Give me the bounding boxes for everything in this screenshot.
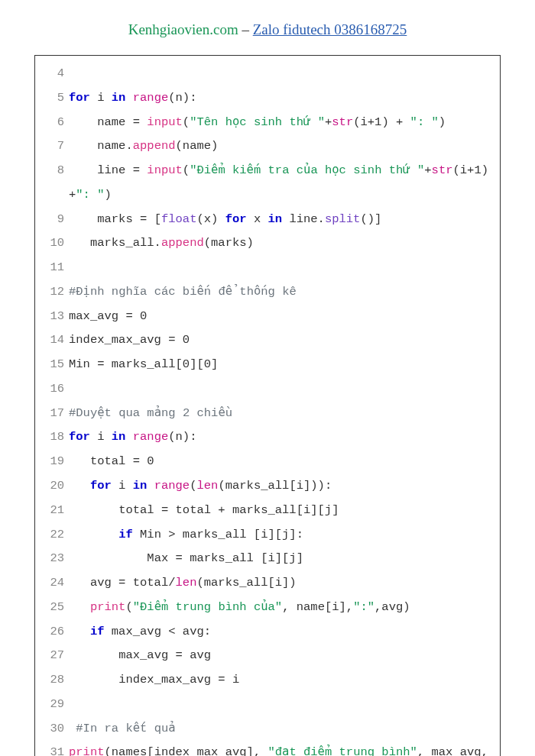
line-number: 30 [43, 717, 64, 741]
line-number: 14 [43, 328, 64, 353]
code-text: line = input("Điểm kiếm tra của học sinh… [64, 159, 492, 208]
line-number: 18 [43, 425, 64, 450]
code-text: for i in range(len(marks_all[i])): [64, 474, 332, 499]
code-text [64, 256, 69, 280]
code-block: 4 5for i in range(n): 6 name = input("Tê… [34, 55, 501, 756]
line-number: 21 [43, 499, 64, 523]
code-line: 25 print("Điểm trung bình của", name[i],… [43, 596, 492, 620]
code-line: 8 line = input("Điểm kiếm tra của học si… [43, 159, 492, 208]
code-text: index_max_avg = i [64, 668, 239, 693]
code-line: 21 total = total + marks_all[i][j] [43, 499, 492, 523]
code-text: total = total + marks_all[i][j] [64, 499, 339, 523]
line-number: 29 [43, 693, 64, 717]
line-number: 8 [43, 159, 64, 208]
line-number: 10 [43, 231, 64, 256]
line-number: 7 [43, 134, 64, 159]
code-line: 26 if max_avg < avg: [43, 620, 492, 645]
code-line: 7 name.append(name) [43, 134, 492, 159]
code-line: 22 if Min > marks_all [i][j]: [43, 523, 492, 548]
dash: – [238, 21, 253, 37]
code-text: print("Điểm trung bình của", name[i],":"… [64, 596, 410, 620]
code-line: 17#Duyệt qua mảng 2 chiều [43, 402, 492, 426]
line-number: 17 [43, 402, 64, 426]
code-text: max_avg = avg [64, 644, 211, 668]
code-text: marks = [float(x) for x in line.split()] [64, 208, 381, 232]
code-comment: #Định nghĩa các biến để thống kê [64, 280, 297, 305]
code-text [64, 693, 69, 717]
code-line: 27 max_avg = avg [43, 644, 492, 668]
line-number: 15 [43, 353, 64, 377]
code-comment: #Duyệt qua mảng 2 chiều [64, 402, 232, 426]
line-number: 4 [43, 62, 64, 86]
code-text: for i in range(n): [64, 86, 196, 111]
code-line: 31print(names[index_max_avg], "đạt điểm … [43, 741, 492, 756]
line-number: 12 [43, 280, 64, 305]
code-line: 10 marks_all.append(marks) [43, 231, 492, 256]
line-number: 24 [43, 571, 64, 596]
site-name: Kenhgiaovien.com [128, 21, 238, 37]
code-line: 13max_avg = 0 [43, 305, 492, 329]
code-line: 19 total = 0 [43, 450, 492, 474]
code-text: Min = marks_all[0][0] [64, 353, 218, 377]
code-line: 16 [43, 377, 492, 402]
code-text [64, 377, 69, 402]
line-number: 5 [43, 86, 64, 111]
code-line: 4 [43, 62, 492, 86]
code-line: 5for i in range(n): [43, 86, 492, 111]
line-number: 28 [43, 668, 64, 693]
line-number: 19 [43, 450, 64, 474]
page-header: Kenhgiaovien.com – Zalo fidutech 0386168… [34, 21, 501, 38]
code-text: name = input("Tên học sinh thứ "+str(i+1… [64, 111, 446, 135]
line-number: 11 [43, 256, 64, 280]
code-text: name.append(name) [64, 134, 218, 159]
code-text: avg = total/len(marks_all[i]) [64, 571, 297, 596]
line-number: 9 [43, 208, 64, 232]
code-line: 15Min = marks_all[0][0] [43, 353, 492, 377]
line-number: 16 [43, 377, 64, 402]
line-number: 23 [43, 547, 64, 571]
zalo-link[interactable]: Zalo fidutech 0386168725 [253, 21, 407, 37]
code-text [64, 62, 69, 86]
code-text: total = 0 [64, 450, 154, 474]
code-text: #In ra kết quả [64, 717, 176, 741]
line-number: 26 [43, 620, 64, 645]
code-text: if Min > marks_all [i][j]: [64, 523, 303, 548]
line-number: 25 [43, 596, 64, 620]
code-line: 6 name = input("Tên học sinh thứ "+str(i… [43, 111, 492, 135]
code-text: index_max_avg = 0 [64, 328, 190, 353]
line-number: 13 [43, 305, 64, 329]
code-text: marks_all.append(marks) [64, 231, 254, 256]
line-number: 20 [43, 474, 64, 499]
code-line: 30 #In ra kết quả [43, 717, 492, 741]
code-text: Max = marks_all [i][j] [64, 547, 303, 571]
line-number: 31 [43, 741, 64, 756]
code-line: 12#Định nghĩa các biến để thống kê [43, 280, 492, 305]
code-text: if max_avg < avg: [64, 620, 211, 645]
code-line: 14index_max_avg = 0 [43, 328, 492, 353]
code-line: 9 marks = [float(x) for x in line.split(… [43, 208, 492, 232]
line-number: 6 [43, 111, 64, 135]
code-text: print(names[index_max_avg], "đạt điểm tr… [64, 741, 488, 756]
code-line: 24 avg = total/len(marks_all[i]) [43, 571, 492, 596]
code-line: 20 for i in range(len(marks_all[i])): [43, 474, 492, 499]
code-line: 18for i in range(n): [43, 425, 492, 450]
code-line: 29 [43, 693, 492, 717]
line-number: 22 [43, 523, 64, 548]
code-line: 23 Max = marks_all [i][j] [43, 547, 492, 571]
code-line: 11 [43, 256, 492, 280]
code-line: 28 index_max_avg = i [43, 668, 492, 693]
code-text: for i in range(n): [64, 425, 196, 450]
code-text: max_avg = 0 [64, 305, 147, 329]
line-number: 27 [43, 644, 64, 668]
